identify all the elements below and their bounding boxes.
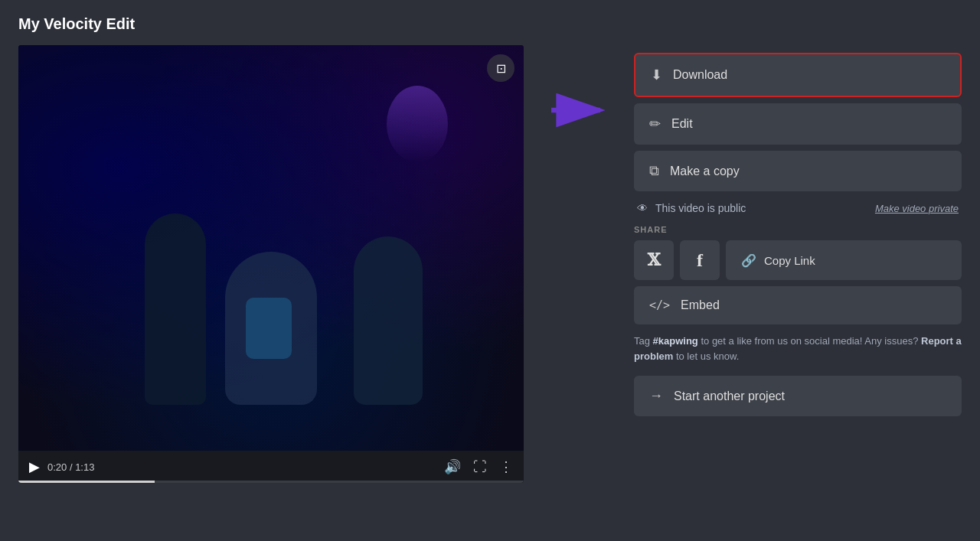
twitter-icon: 𝕏: [647, 250, 660, 270]
video-section: ⊡ ▶ 0:20 / 1:13 🔊 ⛶ ⋮: [18, 45, 524, 526]
copy-icon: ⧉: [649, 163, 659, 179]
time-display: 0:20 / 1:13: [47, 461, 94, 473]
download-icon: ⬇: [651, 67, 662, 83]
tag-hashtag: #kapwing: [653, 335, 698, 347]
video-thumbnail: ⊡: [18, 45, 524, 451]
figure-right: [354, 236, 423, 405]
visibility-row: 👁 This video is public Make video privat…: [634, 197, 962, 219]
twitter-button[interactable]: 𝕏: [634, 240, 674, 280]
make-copy-button[interactable]: ⧉ Make a copy: [634, 151, 962, 191]
figure-left: [145, 213, 206, 405]
blue-accent: [246, 298, 292, 359]
tag-prefix: Tag: [634, 335, 653, 347]
facebook-button[interactable]: f: [680, 240, 720, 280]
start-project-label: Start another project: [674, 389, 785, 403]
controls-right: 🔊 ⛶ ⋮: [444, 458, 513, 475]
light-spot: [387, 86, 448, 162]
progress-played: [18, 481, 155, 483]
start-project-button[interactable]: → Start another project: [634, 376, 962, 416]
content-area: ⊡ ▶ 0:20 / 1:13 🔊 ⛶ ⋮: [18, 45, 962, 526]
arrow-right-icon: →: [649, 388, 663, 404]
progress-track[interactable]: [18, 481, 524, 483]
more-options-icon[interactable]: ⋮: [499, 458, 513, 475]
play-button[interactable]: ▶: [29, 458, 40, 475]
actions-panel: ⬇ Download ✏ Edit ⧉ Make a copy 👁 This v…: [634, 45, 962, 526]
video-controls: ▶ 0:20 / 1:13 🔊 ⛶ ⋮: [18, 451, 524, 483]
fullscreen-icon[interactable]: ⛶: [473, 459, 487, 475]
volume-icon[interactable]: 🔊: [444, 458, 461, 475]
copy-link-label: Copy Link: [764, 254, 815, 267]
expand-button[interactable]: ⊡: [487, 54, 514, 82]
download-label: Download: [673, 68, 727, 82]
video-wrapper: ⊡ ▶ 0:20 / 1:13 🔊 ⛶ ⋮: [18, 45, 524, 483]
copy-link-button[interactable]: 🔗 Copy Link: [726, 240, 962, 280]
tag-end: to let us know.: [673, 350, 739, 362]
visibility-label: This video is public: [655, 202, 746, 214]
share-row: 𝕏 f 🔗 Copy Link: [634, 240, 962, 280]
edit-label: Edit: [671, 117, 693, 131]
embed-label: Embed: [681, 298, 720, 312]
code-icon: </>: [649, 298, 670, 312]
eye-icon: 👁: [637, 202, 648, 214]
share-label: SHARE: [634, 225, 962, 234]
embed-button[interactable]: </> Embed: [634, 286, 962, 324]
arrow-container: [548, 45, 609, 526]
page-title: My Velocity Edit: [18, 15, 962, 33]
chain-icon: 🔗: [741, 253, 756, 268]
make-copy-label: Make a copy: [670, 165, 740, 178]
share-section: SHARE 𝕏 f 🔗 Copy Link: [634, 225, 962, 280]
download-button[interactable]: ⬇ Download: [634, 53, 962, 97]
make-private-link[interactable]: Make video private: [875, 203, 959, 214]
facebook-icon: f: [697, 250, 703, 271]
page-container: My Velocity Edit ⊡ ▶ 0:20 / 1:13: [0, 0, 980, 541]
edit-icon: ✏: [649, 116, 661, 132]
tag-suffix: to get a like from us on social media! A…: [698, 335, 919, 347]
purple-arrow-icon: [548, 87, 609, 133]
tag-text: Tag #kapwing to get a like from us on so…: [634, 331, 962, 367]
edit-button[interactable]: ✏ Edit: [634, 103, 962, 145]
